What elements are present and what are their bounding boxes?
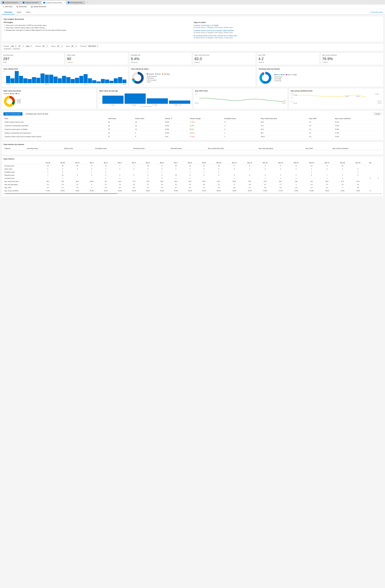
- daily-cell-5-1: 76.8: [55, 180, 70, 183]
- update-bookmark-button[interactable]: 🔄 Update Bookmark: [30, 5, 47, 8]
- pct-low: 11.1%: [17, 102, 21, 104]
- daily-cell-4-4: 2: [99, 177, 113, 180]
- tab-1[interactable]: Customer Service A...: [1, 1, 21, 4]
- csat-trend-chart: Avg. CSAT trend 4.3 3.3 Nov 06 Nov 20: [193, 88, 288, 109]
- channel-select[interactable]: All: [42, 45, 48, 47]
- ch-col-escalated: Escalated cases: [94, 147, 133, 150]
- duration-type-select[interactable]: Last: [10, 45, 17, 47]
- daily-cell-4-22: 2: [366, 177, 375, 180]
- sent-y-100: 100%: [291, 93, 294, 94]
- daily-cell-5-21: 115.1: [350, 180, 366, 183]
- daily-cell-6-14: 2.9: [242, 183, 257, 186]
- kpi-title-0: Incoming cases: [3, 54, 63, 56]
- topic-escalated-1: 4: [223, 124, 260, 127]
- details-button[interactable]: Details: [373, 112, 382, 115]
- daily-cell-0-22: [366, 164, 375, 167]
- daily-cell-3-7: 5: [141, 173, 155, 177]
- daily-cell-4-0: [41, 177, 55, 180]
- bookmarks-button[interactable]: 🔖 Bookmarks: [15, 5, 28, 8]
- daily-cell-8-1: 76.0%: [55, 189, 70, 192]
- daily-date-0: Oct 29: [41, 161, 55, 164]
- daily-date-6: Nov 4: [127, 161, 141, 164]
- resolved-dot: [147, 73, 148, 75]
- topic-watch-link-1[interactable]: Customer cannot sign in on Mobile: [194, 24, 219, 26]
- daily-cell-3-13: 3: [226, 173, 242, 177]
- status-donut-svg: [131, 71, 144, 84]
- col-resolve: Avg. resolve time (hrs): [260, 117, 308, 120]
- daily-cell-8-5: 79.3%: [113, 189, 127, 192]
- daily-cell-6-18: 4.4: [304, 183, 319, 186]
- daily-cell-6-5: 1.9: [113, 183, 127, 186]
- tab-2[interactable]: Customer Service A...: [21, 1, 41, 4]
- ch-col-incoming: Incoming cases: [26, 147, 63, 150]
- tab-close-3[interactable]: ✕: [64, 2, 65, 3]
- daily-cell-1-22: [366, 167, 375, 170]
- priority-donut-svg: [3, 95, 16, 107]
- list-item: Avg. CSAT4.34.14.344.34.44.44.34.34.14.3…: [3, 186, 382, 189]
- duration-value-select[interactable]: 30: [18, 45, 24, 47]
- bar-22: [101, 79, 105, 83]
- daily-table-wrapper[interactable]: Oct 29Oct 30Oct 31Nov 1Nov 2Nov 3Nov 4No…: [3, 161, 382, 192]
- kpi-card-4: Avg. CSAT 4.2 -3.3% ▼: [257, 52, 319, 65]
- daily-cell-7-18: 4.1: [304, 186, 319, 189]
- age-x-label: Case age description: [102, 106, 190, 107]
- x-label-nov13: Nov 13: [84, 84, 88, 85]
- kpi-insights-section: KPI insights ↗ There was a 4.1% decrease…: [4, 21, 191, 40]
- topic-name-0: Coffee machine doesn't work: [3, 120, 107, 124]
- ch-col-csat: Avg. CSAT: [304, 147, 332, 150]
- daily-cell-5-22: [366, 180, 375, 183]
- bar-15: [71, 79, 75, 83]
- daily-cell-6-22: [366, 183, 375, 186]
- queue-select[interactable]: All: [56, 45, 63, 47]
- scroll-left[interactable]: ◀: [3, 193, 4, 194]
- daily-date-8: Nov 6: [155, 161, 169, 164]
- nav-tab-topics[interactable]: Topics: [23, 10, 33, 15]
- daily-cell-4-14: [242, 177, 257, 180]
- daily-cell-8-7: 78.0%: [141, 189, 155, 192]
- nav-tab-agent[interactable]: Agent: [15, 10, 23, 15]
- topics-table-header: Topic Total cases Active cases Volume Vo…: [3, 117, 382, 120]
- daily-cell-2-7: 1: [141, 170, 155, 173]
- scroll-right[interactable]: ▶: [381, 193, 382, 194]
- phone-dot: [274, 74, 275, 75]
- kpi-card-3: Avg. resolve time (hrs) 82.0 9.9% ▲: [193, 52, 256, 65]
- normal-legend: Normal: [3, 93, 9, 94]
- duration-unit-select[interactable]: Days: [25, 45, 33, 47]
- emerging-topics-button[interactable]: Emerging case volume by topic: [24, 112, 50, 116]
- daily-cell-6-21: 4.4: [350, 183, 366, 186]
- about-report-link[interactable]: ⓘ About this report: [370, 11, 383, 13]
- tab-add-button[interactable]: +: [86, 1, 89, 4]
- daily-cell-0-8: 9: [155, 164, 169, 167]
- scrollbar[interactable]: ◀ ▶: [3, 192, 382, 195]
- tab-3[interactable]: Customer Service histori... ✕: [42, 1, 66, 4]
- browser-tabs: Customer Service A... Customer Service A…: [0, 0, 385, 4]
- daily-cell-8-6: 79.3%: [127, 189, 141, 192]
- topic-escalated-4: 2: [223, 135, 260, 139]
- daily-cell-3-6: 4: [127, 173, 141, 177]
- daily-cell-2-18: 1: [304, 170, 319, 173]
- topic-watch-link-2[interactable]: Customer doesn't know how to maintain co…: [194, 30, 234, 32]
- ch-col-age: Avg. case age (days): [257, 147, 304, 150]
- topic-watch-link-3[interactable]: No tracking number send to the customer …: [194, 35, 237, 37]
- top10-volume-button[interactable]: Top 10 volume topics: [3, 112, 23, 116]
- csat-trend-title: Avg. CSAT trend: [195, 90, 286, 92]
- topic-active-0: 18: [134, 120, 164, 124]
- bar-12: [58, 78, 62, 83]
- topic-name-2: Customer cannot sign in on Mobile: [3, 127, 107, 131]
- ch-col-active: Active cases: [63, 147, 94, 150]
- daily-cell-8-19: 79.0%: [319, 189, 335, 192]
- nav-tab-summary[interactable]: Summary: [2, 10, 15, 15]
- timezone-select[interactable]: GMT-08:00: [87, 45, 99, 47]
- kpi-change-4: -3.3% ▼: [258, 62, 318, 63]
- daily-date-2: Oct 31: [70, 161, 85, 164]
- daily-cell-5-14: 76.4: [242, 180, 257, 183]
- agent-select[interactable]: All: [70, 45, 77, 47]
- tab-4[interactable]: Omnichannel Ong...: [66, 1, 85, 4]
- ch-col-canceled: Canceled cases: [170, 147, 207, 150]
- topic-total-3: 31: [107, 131, 134, 135]
- kpi-insight-2: ↗ There was a 100.0% volume spike in the…: [4, 27, 191, 29]
- daily-cell-3-11: 6: [197, 173, 211, 177]
- daily-cell-7-5: 4.4: [113, 186, 127, 189]
- edit-report-button[interactable]: ✏️ Edit report: [2, 5, 13, 8]
- email-dot: [286, 74, 287, 75]
